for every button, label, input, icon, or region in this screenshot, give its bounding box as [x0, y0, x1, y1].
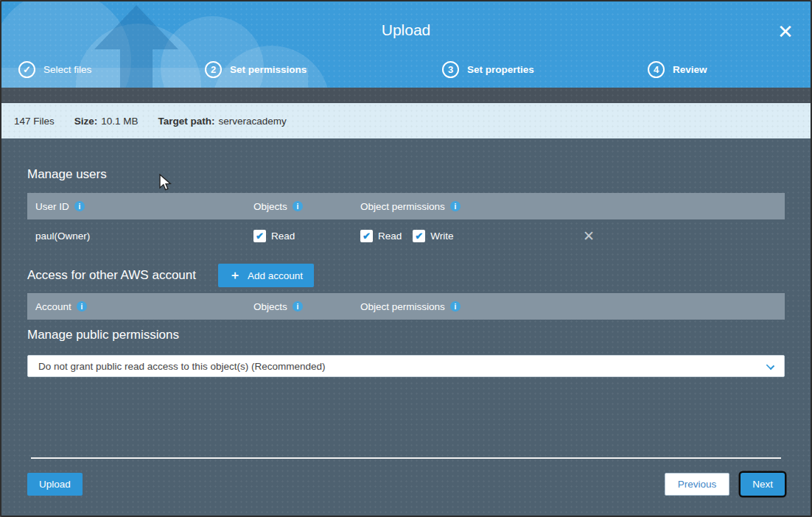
close-icon[interactable]: ✕	[775, 22, 796, 43]
upload-dialog: Upload ✕ ✓ Select files 2 Set permission…	[0, 0, 812, 517]
dialog-title: Upload	[1, 21, 811, 39]
step-set-properties: 3 Set properties	[442, 61, 534, 78]
other-aws-account-heading: Access for other AWS account	[27, 268, 196, 283]
permissions-read-checkbox[interactable]: ✔	[360, 230, 373, 242]
users-table-header: User ID i Objects i Object permissions i	[27, 193, 785, 219]
column-label: Object permissions	[360, 201, 445, 212]
column-account: Account i	[35, 301, 253, 312]
column-label: Object permissions	[360, 301, 445, 312]
column-label: User ID	[35, 201, 69, 212]
column-label: Account	[35, 301, 71, 312]
step-label: Review	[673, 64, 707, 75]
column-label: Objects	[253, 301, 287, 312]
file-count: 147 Files	[14, 116, 55, 127]
add-account-button[interactable]: ＋ Add account	[218, 264, 314, 287]
column-object-permissions: Object permissions i	[360, 301, 567, 312]
column-objects: Objects i	[253, 201, 360, 212]
step-label: Set permissions	[230, 64, 307, 75]
step-number: 4	[648, 61, 665, 78]
public-permissions-select[interactable]: Do not grant public read access to this …	[27, 355, 785, 377]
accounts-table-header: Account i Objects i Object permissions i	[27, 293, 785, 320]
step-select-files: ✓ Select files	[18, 61, 91, 78]
objects-read-checkbox[interactable]: ✔	[253, 230, 266, 242]
step-number: 2	[205, 61, 222, 78]
target-path-value: serveracademy	[219, 116, 287, 127]
next-button[interactable]: Next	[741, 473, 785, 496]
permissions-write-checkbox[interactable]: ✔	[413, 230, 425, 242]
info-icon[interactable]: i	[293, 301, 303, 312]
permissions-write-label: Write	[430, 231, 453, 242]
step-label: Select files	[43, 64, 91, 75]
dialog-body: Manage users User ID i Objects i Object …	[1, 138, 811, 516]
target-path-label: Target path:	[158, 116, 215, 127]
size-value: 10.1 MB	[101, 116, 138, 127]
header-divider-strip	[1, 88, 811, 103]
objects-read-label: Read	[271, 231, 295, 242]
dialog-header: Upload ✕ ✓ Select files 2 Set permission…	[1, 1, 811, 88]
step-set-permissions: 2 Set permissions	[205, 61, 307, 78]
column-objects: Objects i	[253, 301, 360, 312]
add-account-label: Add account	[248, 270, 303, 281]
size-label: Size:	[74, 116, 98, 127]
public-permissions-heading: Manage public permissions	[27, 328, 785, 342]
remove-user-icon[interactable]: ✕	[583, 229, 595, 243]
user-row-paul-owner: paul(Owner) ✔ Read ✔ Read ✔ Write ✕	[27, 219, 785, 252]
selected-option: Do not grant public read access to this …	[38, 361, 325, 372]
file-summary-bar: 147 Files Size: 10.1 MB Target path: ser…	[1, 103, 811, 138]
info-icon[interactable]: i	[77, 301, 87, 312]
footer-divider	[31, 457, 781, 459]
column-user-id: User ID i	[35, 201, 253, 212]
user-id-value: paul(Owner)	[35, 231, 253, 242]
info-icon[interactable]: i	[450, 201, 461, 211]
plus-icon: ＋	[229, 268, 241, 284]
manage-users-heading: Manage users	[27, 167, 785, 182]
step-review: 4 Review	[648, 61, 707, 78]
permissions-read-label: Read	[378, 231, 402, 242]
upload-button[interactable]: Upload	[27, 473, 83, 496]
step-label: Set properties	[467, 64, 534, 75]
step-number: 3	[442, 61, 459, 78]
previous-button[interactable]: Previous	[665, 473, 730, 496]
info-icon[interactable]: i	[450, 301, 461, 312]
info-icon[interactable]: i	[293, 201, 303, 211]
chevron-down-icon	[766, 362, 774, 370]
column-label: Objects	[253, 201, 287, 212]
column-object-permissions: Object permissions i	[360, 201, 567, 212]
step-complete-check-icon: ✓	[18, 61, 35, 78]
info-icon[interactable]: i	[74, 201, 85, 211]
